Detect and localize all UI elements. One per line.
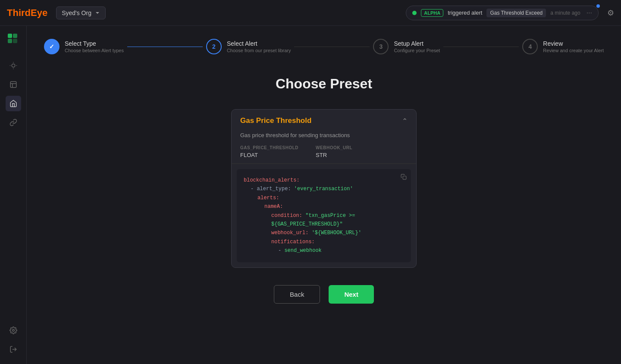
step-3-subtitle: Configure your Preset: [394, 48, 440, 53]
step-select-alert: 2 Select Alert Choose from our preset li…: [206, 39, 291, 54]
step-4-text: Review Review and create your Alert: [543, 40, 604, 53]
code-line-6: webhook_url: '${WEBHOOK_URL}': [244, 229, 404, 237]
sidebar-logout-icon[interactable]: [6, 342, 21, 357]
copy-icon[interactable]: [401, 173, 407, 184]
alert-trigger-text: triggered alert: [448, 9, 482, 16]
svg-point-4: [12, 64, 15, 67]
org-name: Syed's Org: [62, 9, 91, 16]
footer-buttons: Back Next: [44, 285, 604, 304]
alert-time: a minute ago: [550, 10, 580, 16]
step-2-subtitle: Choose from our preset library: [227, 48, 291, 53]
notification-dot: [596, 4, 600, 8]
code-line-8: - send_webhook: [244, 246, 404, 255]
preset-card-description: Gas price threshold for sending transact…: [232, 132, 416, 145]
preset-card: Gas Price Threshold ⌃ Gas price threshol…: [231, 109, 417, 268]
sidebar-item-monitor[interactable]: [6, 58, 21, 73]
content-area: ✓ Select Type Choose between Alert types…: [27, 26, 621, 364]
step-line-3: [443, 47, 519, 47]
sidebar-logo: [7, 33, 20, 47]
preset-field-gas-price: GAS_PRICE_THRESHOLD FLOAT: [240, 145, 298, 158]
next-button[interactable]: Next: [329, 285, 374, 304]
step-1-title: Select Type: [65, 40, 124, 47]
step-3-text: Setup Alert Configure your Preset: [394, 40, 440, 53]
sidebar-settings-icon[interactable]: [6, 323, 21, 338]
main-layout: ✓ Select Type Choose between Alert types…: [0, 26, 621, 364]
code-line-4: nameA:: [244, 202, 404, 211]
app-logo: ThirdEye: [7, 7, 47, 19]
svg-rect-0: [8, 34, 12, 38]
step-2-title: Select Alert: [227, 40, 291, 47]
svg-rect-2: [8, 39, 12, 43]
page-title: Choose Preset: [44, 76, 604, 92]
svg-point-12: [12, 329, 14, 332]
step-2-text: Select Alert Choose from our preset libr…: [227, 40, 291, 53]
code-line-2: - alert_type: 'every_transaction': [244, 185, 404, 193]
field-label-gas-price: GAS_PRICE_THRESHOLD: [240, 145, 298, 150]
step-1-text: Select Type Choose between Alert types: [65, 40, 124, 53]
svg-rect-9: [10, 82, 16, 88]
chevron-up-icon[interactable]: ⌃: [402, 117, 408, 125]
alert-name-badge: Gas Threshold Exceed: [486, 9, 546, 17]
sidebar-item-links[interactable]: [6, 115, 21, 130]
code-line-7: notifications:: [244, 238, 404, 246]
step-line-2: [294, 47, 370, 47]
alpha-badge: ALPHA: [421, 9, 443, 17]
code-line-3: alerts:: [244, 194, 404, 202]
svg-rect-1: [13, 34, 17, 38]
step-2-circle: 2: [206, 39, 222, 54]
code-line-5: condition: "txn_gasPrice >= ${GAS_PRICE_…: [244, 211, 404, 229]
more-options-button[interactable]: ···: [586, 9, 592, 17]
step-4-subtitle: Review and create your Alert: [543, 48, 604, 53]
preset-card-header: Gas Price Threshold ⌃: [232, 110, 416, 132]
field-type-webhook: STR: [316, 152, 352, 158]
step-1-circle: ✓: [44, 39, 60, 54]
back-button[interactable]: Back: [274, 285, 320, 304]
sidebar-item-home[interactable]: [6, 96, 21, 111]
stepper: ✓ Select Type Choose between Alert types…: [44, 39, 604, 54]
step-1-subtitle: Choose between Alert types: [65, 48, 124, 53]
sidebar-item-reports[interactable]: [6, 77, 21, 92]
step-review: 4 Review Review and create your Alert: [522, 39, 604, 54]
org-selector[interactable]: Syed's Org: [56, 6, 106, 19]
code-block: blockchain_alerts: - alert_type: 'every_…: [237, 169, 411, 262]
preset-field-webhook: WEBHOOK_URL STR: [316, 145, 352, 158]
thirdeye-logo-icon: [7, 33, 20, 46]
field-label-webhook: WEBHOOK_URL: [316, 145, 352, 150]
svg-rect-14: [403, 176, 406, 179]
sidebar: [0, 26, 27, 364]
step-select-type: ✓ Select Type Choose between Alert types: [44, 39, 124, 54]
step-3-title: Setup Alert: [394, 40, 440, 47]
alert-banner: ALPHA triggered alert Gas Threshold Exce…: [406, 6, 599, 20]
status-dot: [412, 11, 417, 15]
sidebar-bottom: [6, 323, 21, 357]
svg-rect-3: [13, 39, 17, 43]
step-3-circle: 3: [373, 39, 389, 54]
preset-fields: GAS_PRICE_THRESHOLD FLOAT WEBHOOK_URL ST…: [232, 145, 416, 164]
step-line-1: [127, 47, 203, 47]
topbar: ThirdEye Syed's Org ALPHA triggered aler…: [0, 0, 621, 26]
preset-card-title: Gas Price Threshold: [240, 116, 311, 125]
code-line-1: blockchain_alerts:: [244, 176, 404, 185]
step-4-title: Review: [543, 40, 604, 47]
step-4-circle: 4: [522, 39, 538, 54]
step-setup-alert: 3 Setup Alert Configure your Preset: [373, 39, 440, 54]
field-type-gas-price: FLOAT: [240, 152, 298, 158]
chevron-down-icon: [95, 10, 100, 16]
settings-icon[interactable]: ⚙: [607, 8, 614, 18]
